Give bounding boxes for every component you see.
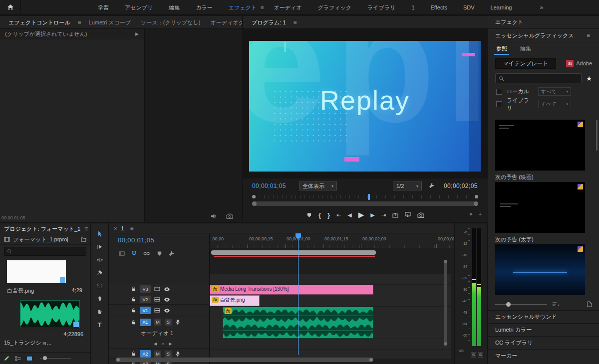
lock-icon[interactable]	[131, 297, 136, 302]
clip-white-background[interactable]: fx 白背景.png	[210, 295, 260, 306]
solo-button[interactable]: S	[478, 352, 483, 358]
template-thumbnail[interactable]	[495, 120, 585, 171]
panel-scrollbar[interactable]	[596, 120, 598, 151]
tab-audio-clip-mixer[interactable]: オーディオクリップミ	[206, 16, 243, 29]
sequence-tab[interactable]: 1	[121, 225, 124, 231]
solo-button[interactable]: S	[165, 351, 172, 358]
play-audio-icon[interactable]	[211, 213, 217, 219]
lock-icon[interactable]	[131, 308, 136, 313]
panel-tab-lumetri-color[interactable]: Lumetri カラー	[488, 323, 599, 336]
timeline-settings-icon[interactable]	[169, 250, 175, 256]
program-playhead[interactable]	[368, 194, 370, 200]
track-target-v2[interactable]: V2	[140, 296, 151, 303]
prev-keyframe-icon[interactable]: ◀	[154, 342, 157, 346]
track-visibility-eye-icon[interactable]	[164, 308, 170, 313]
track-name[interactable]: オーディオ 1	[109, 330, 209, 337]
scrollbar-handle[interactable]	[116, 358, 120, 362]
workspace-tab-audio[interactable]: オーディオ	[266, 0, 310, 15]
mute-button[interactable]: M	[154, 319, 161, 326]
library-checkbox[interactable]	[496, 101, 502, 107]
go-to-in-button[interactable]: ⇤	[336, 212, 341, 218]
timeline-playhead-line[interactable]	[298, 233, 299, 355]
track-v3-lane[interactable]	[210, 274, 451, 284]
mark-in-button[interactable]: {	[318, 211, 321, 219]
workspace-tab-effects-jp[interactable]: エフェクト	[221, 0, 265, 15]
workspace-tab-learning-jp[interactable]: 学習	[90, 0, 117, 15]
add-marker-button[interactable]	[306, 212, 312, 218]
linked-selection-icon[interactable]	[143, 251, 150, 256]
track-visibility-eye-icon[interactable]	[164, 287, 170, 292]
sort-icon[interactable]	[552, 302, 560, 307]
my-templates-button[interactable]: マイテンプレート	[495, 58, 556, 69]
thumbnail-zoom-slider[interactable]	[40, 358, 71, 359]
mark-out-button[interactable]: }	[327, 211, 330, 219]
sync-lock-icon[interactable]	[154, 308, 160, 313]
close-icon[interactable]: ×	[114, 225, 117, 231]
slip-tool[interactable]	[94, 281, 105, 290]
add-marker-icon[interactable]	[157, 251, 162, 256]
settings-wrench-icon[interactable]	[429, 182, 435, 188]
snap-icon[interactable]	[131, 251, 137, 256]
track-header-v3[interactable]: V3	[109, 284, 209, 294]
panel-menu-icon[interactable]: ≡	[587, 32, 590, 39]
workspace-tab-assembly[interactable]: アセンブリ	[117, 0, 161, 15]
lock-icon[interactable]	[131, 286, 136, 292]
vertical-scrollbar[interactable]	[444, 261, 447, 344]
new-item-icon[interactable]	[587, 301, 592, 307]
panel-menu-icon[interactable]: ≡	[294, 19, 297, 26]
solo-button[interactable]: S	[471, 352, 476, 358]
button-overflow-icon[interactable]: »	[469, 210, 473, 217]
button-editor-plus-icon[interactable]: +	[479, 211, 482, 217]
work-area-bar[interactable]	[211, 250, 376, 255]
go-to-out-button[interactable]: ⇥	[381, 212, 386, 218]
tab-edit[interactable]: 編集	[520, 42, 531, 55]
lift-button[interactable]	[392, 212, 398, 218]
play-button[interactable]: ▶	[358, 210, 364, 219]
library-filter-select[interactable]: すべて ▾	[538, 100, 571, 108]
solo-button[interactable]: S	[165, 319, 172, 326]
local-checkbox[interactable]	[496, 89, 502, 95]
step-forward-button[interactable]: ▶	[370, 212, 374, 218]
track-header-v2[interactable]: V2	[109, 295, 209, 305]
horizontal-scrollbar[interactable]	[116, 358, 373, 362]
tab-program[interactable]: プログラム: 1	[247, 16, 291, 29]
time-ruler[interactable]: ;00;00 00;00;00;15 00;00;01;00 00;00;01;…	[210, 233, 454, 248]
track-header-a1[interactable]: A1 M S オーディオ 1 ◀ ○ ▶	[109, 317, 209, 349]
project-item-name[interactable]: 白背景.png	[7, 287, 34, 295]
panel-menu-icon[interactable]: ≡	[78, 19, 81, 26]
program-video-frame[interactable]: epl Replay	[249, 41, 481, 172]
track-target-v3[interactable]: V3	[140, 285, 151, 293]
collapse-arrow-icon[interactable]: ▶	[135, 31, 139, 36]
panel-menu-icon[interactable]: ≡	[130, 225, 134, 232]
project-search-box[interactable]	[4, 247, 86, 256]
list-view-icon[interactable]	[15, 356, 21, 361]
extract-button[interactable]	[405, 212, 411, 218]
tab-source[interactable]: ソース：(クリップなし)	[136, 16, 205, 29]
program-scrubber[interactable]	[252, 194, 478, 200]
track-target-a1[interactable]: A1	[140, 319, 151, 326]
home-button[interactable]	[0, 0, 21, 15]
tab-effect-controls[interactable]: エフェクトコントロール	[4, 16, 75, 29]
workspace-tab-libraries[interactable]: ライブラリ	[359, 0, 403, 15]
lock-icon[interactable]	[131, 320, 136, 325]
workspace-tab-graphics[interactable]: グラフィック	[310, 0, 360, 15]
step-back-button[interactable]: ◀	[347, 212, 351, 218]
workspace-overflow-icon[interactable]: »	[540, 4, 543, 11]
project-writable-pencil-icon[interactable]	[4, 356, 9, 361]
scrollbar-handle[interactable]	[369, 358, 373, 362]
razor-tool[interactable]	[94, 268, 105, 277]
workspace-tab-edit[interactable]: 編集	[161, 0, 188, 15]
program-zoom-scrollbar[interactable]	[252, 201, 478, 206]
project-item-name[interactable]: 15_トランジショ...	[4, 339, 51, 347]
export-frame-icon[interactable]	[226, 213, 233, 219]
thumbnail-zoom-slider[interactable]	[495, 304, 547, 305]
add-keyframe-icon[interactable]: ○	[161, 341, 164, 347]
clip-media-long-transitions[interactable]: fx Media Long Transitions [130%]	[210, 285, 373, 295]
zoom-level-select[interactable]: 全体表示 ▾	[299, 182, 337, 190]
effects-group-tab[interactable]: エフェクト	[488, 16, 599, 29]
mic-icon[interactable]	[175, 319, 180, 325]
track-visibility-eye-icon[interactable]	[164, 297, 170, 302]
template-thumbnail[interactable]	[495, 182, 585, 233]
next-keyframe-icon[interactable]: ▶	[169, 342, 172, 346]
workspace-menu-icon[interactable]: ≡	[261, 4, 264, 10]
